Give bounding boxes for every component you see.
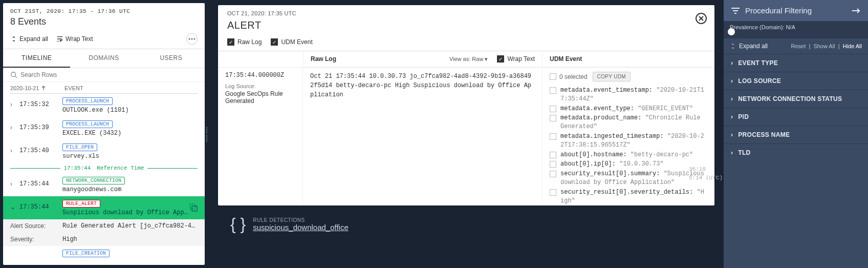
filter-section[interactable]: ›EVENT TYPE [724,54,868,72]
expand-all-button[interactable]: Expand all [10,35,48,43]
copy-udm-button[interactable]: COPY UDM [593,72,631,81]
filter-panel: Procedural Filtering Prevalence (Domain)… [724,0,868,268]
event-time: 17:35:44 [19,180,62,188]
svg-line-4 [15,76,17,78]
ref-time: 17:35:44 [60,165,94,171]
event-row[interactable]: ›17:35:40FILE_OPENsurvey.xls [3,140,205,163]
wrap-text-button[interactable]: Wrap Text [56,35,93,43]
detail-value: Rule Generated Alert [jo_c7fca982-4ad… [62,222,198,230]
sort-asc-icon[interactable] [41,86,46,91]
view-as-dropdown[interactable]: View as: Raw ▾ [449,56,488,63]
filter-section[interactable]: ›LOG SOURCE [724,72,868,90]
detail-value: High [62,236,198,243]
chevron-right-icon: › [10,124,19,131]
arrow-right-icon[interactable] [852,7,861,14]
expand-icon [10,35,17,43]
event-time: 17:35:39 [19,124,62,131]
udm-event-checkbox[interactable]: ✓UDM Event [271,38,312,46]
col-event: EVENT [64,85,83,91]
close-icon [695,12,707,25]
alert-date: OCT 21, 2020: 17:35 UTC [227,10,705,16]
tab-domains[interactable]: DOMAINS [70,49,137,68]
filter-section[interactable]: ›PROCESS NAME [724,126,868,143]
detail-row: Alert Source: Rule Generated Alert [jo_c… [3,219,205,233]
search-input[interactable] [20,71,198,78]
detail-row: Severity: High [3,233,205,246]
event-text: EXCEL.EXE (3432) [62,130,198,137]
event-row-selected[interactable]: ⌄ 17:35:44 RULE_ALERT Suspicious downloa… [3,196,205,219]
svg-rect-6 [192,206,197,211]
reset-link[interactable]: Reset [791,43,806,49]
event-count: 8 Events [10,16,198,27]
udm-field: about[0].hostname: "betty-decaro-pc" [542,150,714,160]
log-source-label: Log Source: [225,83,295,89]
detail-key: Alert Source: [10,222,62,230]
col-udm-event: UDM Event [550,55,582,63]
udm-checkbox[interactable] [550,133,556,140]
event-text: survey.xls [62,153,198,160]
braces-icon: { } [230,215,246,234]
hide-all-link[interactable]: Hide All [843,43,862,49]
prevalence-label: Prevalence (Domain): N/A [730,24,795,30]
filter-section[interactable]: ›PID [724,108,868,126]
chevron-down-icon: ⌄ [10,203,19,211]
event-time: 17:35:32 [19,101,62,108]
svg-point-2 [194,38,196,40]
udm-checkbox[interactable] [550,189,556,196]
event-tag: NETWORK_CONNECTION [62,177,125,184]
filter-section[interactable]: ›TLD [724,143,868,161]
svg-rect-5 [190,204,195,209]
more-menu-button[interactable] [186,33,198,45]
udm-checkbox[interactable] [550,161,556,168]
udm-checkbox[interactable] [550,152,556,158]
udm-field: security_result[0].severity_details: "Hi… [542,188,714,206]
event-tag: RULE_ALERT [62,200,100,208]
rule-name-link[interactable]: suspicious_download_office [253,223,349,232]
resize-handle[interactable] [205,0,209,268]
chevron-right-icon: › [10,101,19,108]
chevron-right-icon: › [10,147,19,154]
udm-event-label: UDM Event [281,38,312,46]
filter-section-label: TLD [738,149,750,156]
udm-checkbox[interactable] [550,171,556,177]
close-button[interactable] [695,12,707,25]
wrap-label: Wrap Text [507,55,535,63]
chevron-right-icon: › [731,95,733,102]
udm-checkbox[interactable] [550,115,556,121]
event-tag: PROCESS_LAUNCH [62,120,113,128]
detail-panel: OCT 21, 2020: 17:35 UTC ALERT ✓Raw Log ✓… [209,0,724,268]
event-row[interactable]: › 17:35:44 NETWORK_CONNECTION manygoodne… [3,173,205,196]
udm-checkbox[interactable] [550,106,556,112]
event-row[interactable]: ›17:35:39PROCESS_LAUNCHEXCEL.EXE (3432) [3,117,205,140]
event-time: 17:35:44 [19,203,62,211]
event-tag: PROCESS_LAUNCH [62,97,113,105]
expand-all-label: Expand all [19,35,48,43]
filter-section-label: NETWORK CONNECTION STATUS [738,95,842,102]
tab-users[interactable]: USERS [138,49,205,68]
udm-checkbox[interactable] [550,87,556,94]
alert-title: ALERT [227,19,705,31]
select-icon[interactable] [189,203,198,212]
event-text: OUTLOOK.exe (1101) [62,107,198,114]
event-row[interactable]: ›17:35:32PROCESS_LAUNCHOUTLOOK.exe (1101… [3,94,205,117]
tab-timeline[interactable]: TIMELINE [3,49,70,68]
expand-all-label: Expand all [739,43,768,50]
dots-icon [188,38,196,40]
expand-icon [730,43,736,49]
slider-handle[interactable] [728,28,735,35]
expand-all-button[interactable]: Expand all [730,43,768,50]
raw-log-label: Raw Log [237,38,262,46]
event-text: Suspicious download by Office Applica… [62,209,189,216]
chevron-right-icon: › [731,77,733,85]
show-all-link[interactable]: Show All [813,43,835,49]
timestamp-overlay: 36:10 5:14 (UTC) [689,165,723,182]
filter-section[interactable]: ›NETWORK CONNECTION STATUS [724,90,868,108]
udm-select-all[interactable]: 0 selected [550,73,588,80]
wrap-text-checkbox[interactable]: ✓Wrap Text [497,55,535,63]
raw-log-checkbox[interactable]: ✓Raw Log [227,38,262,46]
raw-log-body: Oct 21 17:35:44 10.0.30.73 jo_c7fca982-4… [310,72,535,99]
event-row[interactable]: FILE_CREATION [3,246,205,259]
reference-time-row: 17:35:44 Reference Time [3,163,205,173]
udm-field: metadata.event_timestamp: "2020-10-21T17… [542,86,714,104]
chevron-right-icon: › [731,59,733,67]
